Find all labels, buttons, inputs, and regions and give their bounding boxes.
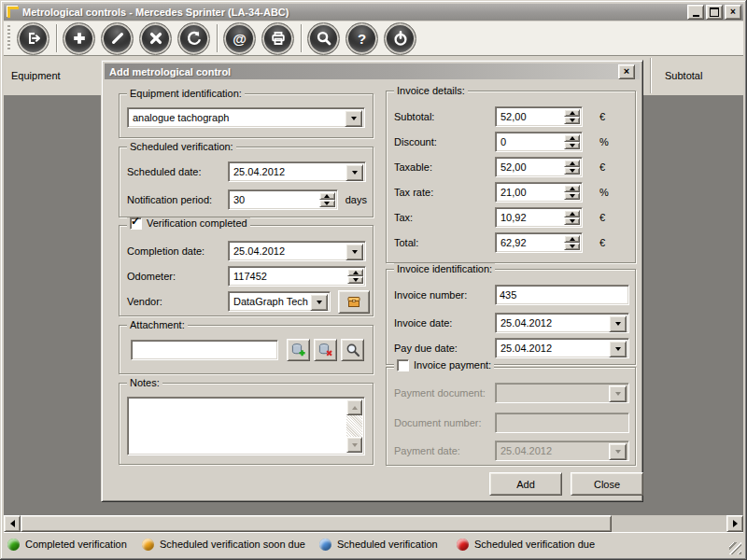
spin-down-button[interactable] <box>564 167 580 175</box>
notification-period-spinner[interactable]: 30 <box>228 189 338 210</box>
spin-up-button[interactable] <box>564 235 580 243</box>
dropdown-button[interactable] <box>310 294 328 311</box>
maximize-icon <box>710 7 719 17</box>
print-button[interactable] <box>261 22 294 55</box>
dialog-close-button[interactable]: × <box>618 64 635 79</box>
taxable-spinner[interactable]: 52,00 <box>495 157 583 177</box>
payment-document-combobox <box>495 383 629 403</box>
pay-due-date-combobox[interactable]: 25.04.2012 <box>495 338 629 358</box>
spin-up-button[interactable] <box>319 192 335 200</box>
total-spinner[interactable]: 62,92 <box>495 232 583 253</box>
arrow-up-icon <box>570 237 575 241</box>
chevron-down-icon <box>615 392 621 396</box>
scroll-right-button[interactable] <box>726 515 743 532</box>
dropdown-button[interactable] <box>609 341 627 357</box>
attachment-delete-button[interactable] <box>314 339 337 361</box>
vendor-combobox[interactable]: DataGraph Tech <box>228 291 331 312</box>
attachment-add-button[interactable] <box>287 339 310 361</box>
payment-date-combobox: 25.04.2012 <box>495 441 629 461</box>
maximize-button[interactable] <box>706 5 723 20</box>
chevron-down-icon <box>317 301 322 304</box>
plus-icon <box>71 30 88 47</box>
column-header-equipment[interactable]: Equipment <box>11 56 61 95</box>
delete-button[interactable] <box>139 22 172 55</box>
invoice-number-field[interactable]: 435 <box>495 285 629 305</box>
column-divider[interactable] <box>650 58 652 93</box>
odometer-spinner[interactable]: 117452 <box>228 266 366 287</box>
arrow-down-icon <box>324 202 330 205</box>
subtotal-spinner[interactable]: 52,00 <box>495 106 583 127</box>
equipment-identification-group: Equipment identification: analogue tacho… <box>119 93 374 138</box>
search-button[interactable] <box>307 22 340 55</box>
dropdown-button[interactable] <box>345 110 362 127</box>
red-dot-icon <box>457 539 469 551</box>
attachment-view-button[interactable] <box>341 339 364 361</box>
chevron-down-icon <box>615 322 621 326</box>
spin-up-button[interactable] <box>564 210 580 217</box>
scrollbar-track[interactable] <box>346 415 362 437</box>
dropdown-button[interactable] <box>345 164 363 181</box>
notification-period-label: Notification period: <box>127 194 228 205</box>
pencil-icon <box>109 30 126 47</box>
equipment-value: analogue tachograph <box>130 110 345 125</box>
spin-up-button[interactable] <box>564 185 580 192</box>
scroll-up-button[interactable] <box>346 399 362 415</box>
spin-down-button[interactable] <box>564 243 580 250</box>
discount-spinner[interactable]: 0 <box>495 132 583 152</box>
spin-up-button[interactable] <box>564 134 580 142</box>
tax-rate-unit: % <box>599 187 609 198</box>
sign-out-button[interactable] <box>17 22 49 55</box>
add-button-label: Add <box>516 479 535 490</box>
add-button-dialog[interactable]: Add <box>489 472 562 496</box>
refresh-button[interactable] <box>177 22 210 55</box>
tax-spinner[interactable]: 10,92 <box>495 207 583 228</box>
discount-unit: % <box>599 136 609 147</box>
email-button[interactable]: @ <box>223 22 256 55</box>
spin-down-button[interactable] <box>319 200 335 207</box>
equipment-combobox[interactable]: analogue tachograph <box>127 107 365 128</box>
column-header-subtotal[interactable]: Subtotal <box>665 56 702 95</box>
spin-down-button[interactable] <box>564 192 580 200</box>
at-icon: @ <box>233 32 247 46</box>
spin-down-button[interactable] <box>564 142 580 149</box>
spin-up-button[interactable] <box>564 160 580 167</box>
scheduled-date-combobox[interactable]: 25.04.2012 <box>228 161 366 182</box>
attachment-field[interactable] <box>131 340 278 360</box>
scrollbar-thumb[interactable] <box>21 515 612 532</box>
scroll-left-button[interactable] <box>4 515 21 532</box>
total-value: 62,92 <box>498 235 564 250</box>
spin-down-button[interactable] <box>564 117 580 124</box>
spin-down-button[interactable] <box>347 276 363 284</box>
toolbar-grip[interactable] <box>7 25 10 50</box>
printer-icon <box>270 30 287 47</box>
tax-rate-spinner[interactable]: 21,00 <box>495 182 583 203</box>
vendor-lookup-button[interactable] <box>338 290 370 314</box>
resize-grip[interactable] <box>729 542 741 554</box>
add-button[interactable] <box>63 22 95 55</box>
close-button[interactable]: × <box>725 5 741 20</box>
notes-textarea[interactable] <box>127 397 365 455</box>
legend-label: Scheduled verification soon due <box>160 539 305 550</box>
invoice-date-label: Invoice date: <box>394 317 495 329</box>
chevron-down-icon <box>352 250 358 254</box>
arrow-down-icon <box>570 194 575 198</box>
edit-button[interactable] <box>101 22 134 55</box>
completion-date-label: Completion date: <box>127 245 228 257</box>
spin-up-button[interactable] <box>347 269 363 276</box>
invoice-date-combobox[interactable]: 25.04.2012 <box>495 313 629 333</box>
completion-date-combobox[interactable]: 25.04.2012 <box>228 241 366 261</box>
group-legend: Verification completed <box>127 217 250 230</box>
verification-completed-checkbox[interactable] <box>130 217 142 230</box>
minimize-button[interactable] <box>687 5 704 20</box>
dropdown-button[interactable] <box>345 244 363 260</box>
help-button[interactable]: ? <box>345 22 378 55</box>
scroll-down-button[interactable] <box>346 437 362 453</box>
spin-down-button[interactable] <box>564 217 580 225</box>
notification-period-value: 30 <box>231 192 319 207</box>
spin-up-button[interactable] <box>564 109 580 117</box>
attachment-value <box>132 348 277 352</box>
dropdown-button[interactable] <box>609 315 627 332</box>
invoice-payment-checkbox[interactable] <box>397 359 409 371</box>
close-button-dialog[interactable]: Close <box>571 472 643 496</box>
power-button[interactable] <box>384 22 416 55</box>
